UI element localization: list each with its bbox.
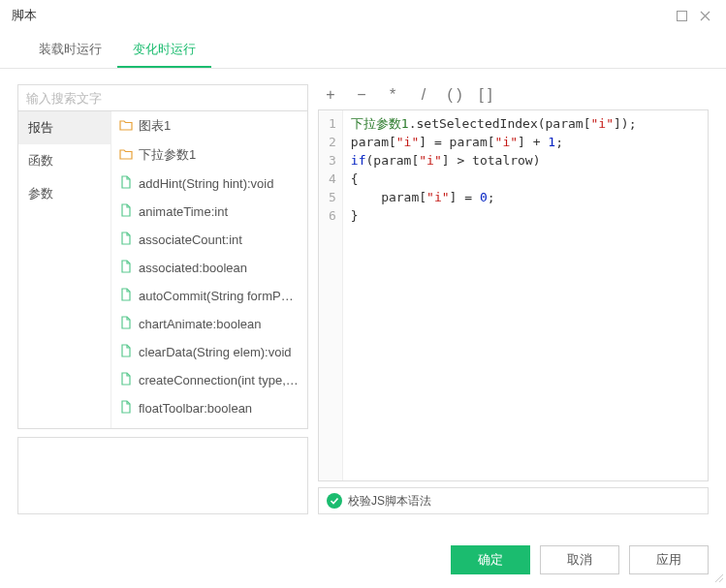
list-item[interactable]: associated:boolean [111, 254, 307, 282]
line-number: 1 [329, 114, 336, 133]
list-item[interactable]: 下拉参数1 [111, 140, 307, 170]
close-button[interactable] [695, 6, 714, 25]
file-icon [119, 203, 133, 220]
file-icon [119, 260, 133, 276]
operator-button-0[interactable]: + [322, 86, 339, 104]
code-editor[interactable]: 123456 下拉参数1.setSelectedIndex(param["i"]… [318, 109, 709, 481]
item-label: animateTime:int [139, 204, 228, 219]
list-item[interactable]: chartAnimate:boolean [111, 310, 307, 338]
operator-button-1[interactable]: − [353, 86, 370, 104]
category-2[interactable]: 参数 [18, 177, 110, 210]
item-label: associateCount:int [139, 232, 242, 247]
folder-icon [119, 118, 133, 135]
item-label: chartAnimate:boolean [139, 317, 261, 331]
folder-icon [119, 147, 133, 164]
left-panel: 报告函数参数 图表1下拉参数1addHint(String hint):void… [17, 84, 308, 514]
file-icon [119, 344, 133, 360]
item-label: floatToolbar:boolean [139, 401, 252, 416]
list-item[interactable]: associateCount:int [111, 226, 307, 254]
category-1[interactable]: 函数 [18, 144, 110, 177]
check-icon [327, 493, 342, 509]
operator-toolbar: +−*/( )[ ] [318, 84, 709, 109]
search-input[interactable] [17, 84, 308, 111]
list-item[interactable]: autoCommit(String formParme [111, 282, 307, 310]
item-label: associated:boolean [139, 261, 247, 275]
line-number: 5 [329, 188, 336, 206]
close-icon [700, 11, 710, 21]
line-gutter: 123456 [319, 110, 343, 480]
titlebar: 脚本 [0, 0, 726, 31]
item-label: clearData(String elem):void [139, 345, 292, 359]
item-label: addHint(String hint):void [139, 176, 273, 191]
maximize-button[interactable] [672, 6, 691, 25]
file-icon [119, 400, 133, 417]
code-area[interactable]: 下拉参数1.setSelectedIndex(param["i"]);param… [343, 110, 708, 480]
list-item[interactable]: createConnection(int type,String [111, 366, 307, 394]
file-icon [119, 316, 133, 332]
apply-button[interactable]: 应用 [629, 545, 709, 574]
tab-0[interactable]: 装载时运行 [23, 31, 117, 68]
list-item[interactable]: clearData(String elem):void [111, 338, 307, 366]
item-list[interactable]: 图表1下拉参数1addHint(String hint):voidanimate… [111, 111, 307, 428]
resize-handle[interactable] [712, 571, 724, 586]
code-line: { [351, 170, 700, 188]
item-label: 图表1 [139, 117, 171, 135]
ok-button[interactable]: 确定 [451, 545, 530, 574]
line-number: 3 [329, 151, 336, 170]
file-icon [119, 232, 133, 248]
preview-area [17, 437, 308, 514]
status-bar: 校验JS脚本语法 [318, 487, 709, 514]
category-0[interactable]: 报告 [18, 111, 110, 144]
file-icon [119, 288, 133, 304]
line-number: 6 [329, 206, 336, 225]
right-panel: +−*/( )[ ] 123456 下拉参数1.setSelectedIndex… [318, 84, 709, 514]
footer-buttons: 确定 取消 应用 [451, 545, 709, 574]
operator-button-2[interactable]: * [384, 86, 401, 104]
code-line: param["i"] = 0; [351, 188, 700, 206]
code-line: param["i"] = param["i"] + 1; [351, 133, 700, 151]
list-item[interactable]: getData(String elem,Object oty [111, 422, 307, 428]
operator-button-4[interactable]: ( ) [446, 86, 463, 104]
list-item[interactable]: animateTime:int [111, 198, 307, 226]
line-number: 4 [329, 170, 336, 188]
status-text: 校验JS脚本语法 [348, 493, 431, 510]
window-title: 脚本 [12, 7, 668, 24]
code-line: 下拉参数1.setSelectedIndex(param["i"]); [351, 114, 700, 133]
browser: 报告函数参数 图表1下拉参数1addHint(String hint):void… [17, 111, 308, 429]
svg-rect-0 [677, 11, 686, 20]
item-label: 下拉参数1 [139, 146, 196, 164]
code-line: } [351, 206, 700, 225]
tab-1[interactable]: 变化时运行 [117, 31, 211, 68]
maximize-icon [677, 11, 687, 21]
item-label: autoCommit(String formParme [139, 289, 300, 303]
category-list: 报告函数参数 [18, 111, 111, 428]
cancel-button[interactable]: 取消 [540, 545, 619, 574]
file-icon [119, 372, 133, 388]
operator-button-3[interactable]: / [415, 86, 432, 104]
operator-button-5[interactable]: [ ] [477, 86, 494, 104]
main-area: 报告函数参数 图表1下拉参数1addHint(String hint):void… [0, 69, 726, 524]
tabs: 装载时运行变化时运行 [0, 31, 726, 69]
list-item[interactable]: floatToolbar:boolean [111, 394, 307, 422]
list-item[interactable]: 图表1 [111, 111, 307, 140]
item-label: createConnection(int type,String [139, 373, 300, 387]
file-icon [119, 175, 133, 192]
list-item[interactable]: addHint(String hint):void [111, 170, 307, 198]
code-line: if(param["i"] > totalrow) [351, 151, 700, 170]
line-number: 2 [329, 133, 336, 151]
